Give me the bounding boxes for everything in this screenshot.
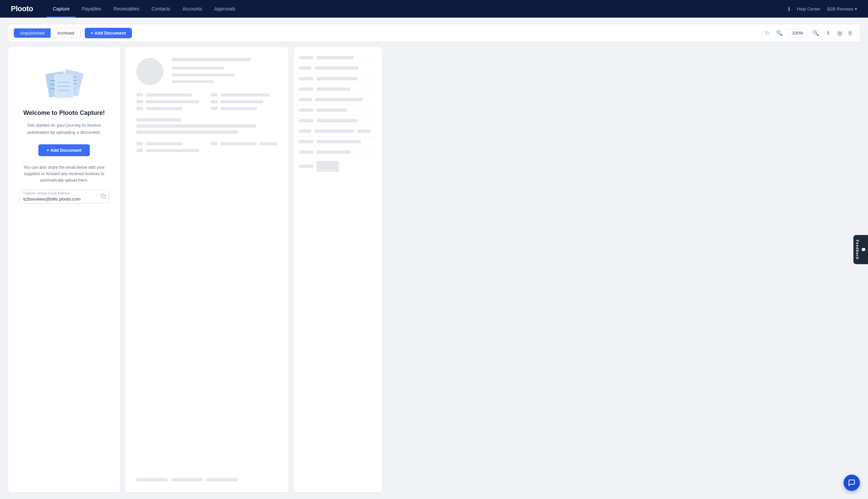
tab-unpublished[interactable]: Unpublished xyxy=(14,28,51,38)
list-item xyxy=(299,95,376,105)
nav-item-approvals[interactable]: Approvals xyxy=(208,0,241,17)
list-item xyxy=(299,136,376,147)
nav-item-accounts[interactable]: Accounts xyxy=(176,0,208,17)
skeleton-avatar xyxy=(136,58,164,85)
navbar-right: ℹ Help Center B2B Reviews ▾ xyxy=(788,6,857,12)
nav-item-payables[interactable]: Payables xyxy=(75,0,107,17)
list-item xyxy=(299,105,376,115)
skeleton-col-left2 xyxy=(136,142,203,152)
skeleton-row xyxy=(211,93,277,97)
list-item xyxy=(299,52,376,63)
grid-view-icon[interactable]: ▦ xyxy=(836,28,844,38)
chat-button[interactable] xyxy=(844,475,860,491)
list-item xyxy=(299,158,376,175)
email-field-label: Capture Upload Email Address xyxy=(23,191,97,195)
chevron-down-icon: ▾ xyxy=(855,7,857,12)
welcome-description: Get started on your journey to invoice a… xyxy=(19,122,109,136)
zoom-level: 100% xyxy=(788,29,807,37)
zoom-out-icon[interactable]: 🔍 xyxy=(775,28,784,38)
tab-group: Unpublished Archived xyxy=(14,28,81,38)
welcome-illustration xyxy=(44,68,84,101)
add-document-button[interactable]: + Add Document xyxy=(85,28,132,38)
skeleton-line xyxy=(171,67,225,70)
list-item xyxy=(299,147,376,158)
toolbar: Unpublished Archived + Add Document ↻ 🔍 … xyxy=(8,24,860,42)
logo: Plooto xyxy=(11,4,33,13)
skeleton-line xyxy=(171,80,214,83)
skeleton-row xyxy=(211,107,277,110)
svg-rect-12 xyxy=(103,195,106,198)
feedback-icon: 💬 xyxy=(861,247,866,252)
skeleton-line xyxy=(171,73,235,76)
list-item xyxy=(299,73,376,84)
nav-menu: Capture Payables Receivables Contacts Ac… xyxy=(46,0,788,17)
welcome-title: Welcome to Plooto Capture! xyxy=(23,109,105,117)
list-item xyxy=(299,63,376,73)
tab-archived[interactable]: Archived xyxy=(51,28,80,38)
skeleton-row xyxy=(136,142,203,145)
skeleton-totals xyxy=(136,478,277,482)
copy-email-button[interactable] xyxy=(101,193,106,200)
skeleton-header-text xyxy=(171,58,277,83)
view-controls: ▦ 🗑 xyxy=(836,28,854,38)
refresh-icon[interactable]: ↻ xyxy=(763,28,771,38)
skeleton-mid-section xyxy=(136,142,277,152)
add-document-center-button[interactable]: + Add Document xyxy=(38,144,90,156)
nav-item-receivables[interactable]: Receivables xyxy=(107,0,145,17)
skeleton-line xyxy=(171,58,251,61)
navbar: Plooto Capture Payables Receivables Cont… xyxy=(0,0,868,17)
doc-header-skeleton xyxy=(136,58,277,85)
content-area: Unpublished Archived + Add Document ↻ 🔍 … xyxy=(0,17,868,499)
skeleton-row xyxy=(211,100,277,103)
main-layout: Welcome to Plooto Capture! Get started o… xyxy=(8,47,860,492)
skeleton-row xyxy=(136,93,203,97)
skeleton-body xyxy=(136,93,277,110)
skeleton-row xyxy=(136,107,203,110)
list-item xyxy=(299,84,376,95)
nav-item-contacts[interactable]: Contacts xyxy=(145,0,176,17)
skeleton-row xyxy=(136,100,203,103)
right-panel-list xyxy=(294,47,382,492)
zoom-in-icon[interactable]: 🔍 xyxy=(811,28,821,38)
skeleton-col-right xyxy=(211,93,277,110)
download-icon[interactable]: ⬇ xyxy=(824,28,832,38)
nav-item-capture[interactable]: Capture xyxy=(46,0,75,17)
share-description: You can also share the email below with … xyxy=(19,164,109,184)
list-item xyxy=(299,126,376,136)
email-field-value: b2breviews@bills.plooto.com xyxy=(23,196,81,202)
skeleton-col-left xyxy=(136,93,203,110)
skeleton-footer xyxy=(136,118,277,134)
skeleton-row xyxy=(136,149,203,152)
info-icon[interactable]: ℹ xyxy=(788,6,790,12)
list-item xyxy=(299,115,376,126)
help-center-link[interactable]: Help Center xyxy=(797,7,820,12)
left-panel: Welcome to Plooto Capture! Get started o… xyxy=(8,47,120,492)
feedback-button[interactable]: 💬 Feedback xyxy=(853,235,868,264)
email-field-wrapper: Capture Upload Email Address b2breviews@… xyxy=(19,190,109,204)
document-preview xyxy=(126,47,288,492)
skeleton-col-right2 xyxy=(211,142,277,152)
feedback-tab-wrapper: 💬 Feedback xyxy=(853,235,868,264)
skeleton-row xyxy=(211,142,277,145)
b2b-reviews-link[interactable]: B2B Reviews ▾ xyxy=(827,7,857,12)
delete-icon[interactable]: 🗑 xyxy=(846,29,854,38)
